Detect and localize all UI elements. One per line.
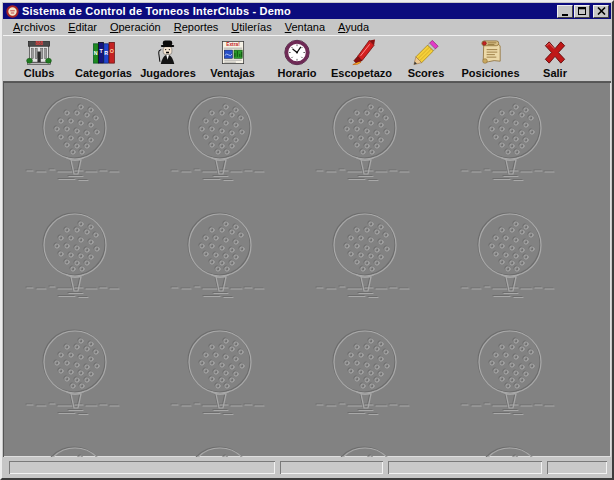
close-button[interactable] [593,5,609,18]
minimize-button[interactable] [557,5,573,18]
toolbar-label: Clubs [24,67,55,79]
window-controls [557,5,609,18]
svg-text:O: O [109,48,113,54]
toolbar-label: Jugadores [140,67,196,79]
toolbar: 888 Clubs N T R O Categor [3,35,611,82]
toolbar-label: Escopetazo [331,67,392,79]
golf-ball-logo-icon [6,5,19,18]
menu-operacion[interactable]: Operación [105,20,166,34]
exit-red-x-icon [540,38,570,67]
menu-ventana[interactable]: Ventana [280,20,330,34]
schedule-clock-icon [282,38,312,67]
toolbar-label: Scores [408,67,445,79]
client-area [3,82,611,457]
menu-reportes[interactable]: Reportes [169,20,224,34]
shotgun-start-rocket-icon [347,38,377,67]
status-panel-1 [9,461,275,474]
close-icon [597,7,606,15]
golf-ball-on-tee-embossed-watermark [3,82,611,457]
toolbar-label: Salir [543,67,567,79]
svg-text:N: N [93,50,97,56]
status-panel-3 [388,461,542,474]
maximize-icon [578,7,586,15]
toolbar-label: Ventajas [210,67,255,79]
toolbar-button-scores[interactable]: Scores [394,37,458,79]
menu-utilerias[interactable]: Utilerías [226,20,276,34]
toolbar-button-categorias[interactable]: N T R O Categorías [72,37,136,79]
menu-editar[interactable]: Editar [63,20,102,34]
svg-text:888: 888 [35,41,43,46]
menu-ayuda[interactable]: Ayuda [333,20,374,34]
handicaps-newspaper-icon: Extra! [218,38,248,67]
toolbar-button-posiciones[interactable]: Posiciones [459,37,523,79]
toolbar-label: Posiciones [461,67,519,79]
maximize-button[interactable] [574,5,590,18]
toolbar-button-jugadores[interactable]: Jugadores [136,37,200,79]
status-panel-4 [547,461,607,474]
scores-pencil-icon [411,38,441,67]
toolbar-label: Categorías [75,67,132,79]
toolbar-button-salir[interactable]: Salir [523,37,587,79]
minimize-icon [561,9,569,16]
clubs-building-icon: 888 [24,38,54,67]
titlebar[interactable]: Sistema de Control de Torneos InterClubs… [3,3,611,19]
players-chaplin-icon [153,38,183,67]
window-title: Sistema de Control de Torneos InterClubs… [22,4,557,18]
statusbar [3,457,611,477]
toolbar-button-horario[interactable]: Horario [265,37,329,79]
toolbar-label: Horario [277,67,316,79]
menubar: Archivos Editar Operación Reportes Utile… [3,19,611,35]
standings-scroll-icon [476,38,506,67]
status-panel-2 [280,461,383,474]
toolbar-button-clubs[interactable]: 888 Clubs [7,37,71,79]
menu-archivos[interactable]: Archivos [8,20,60,34]
toolbar-button-ventajas[interactable]: Extra! Ventajas [201,37,265,79]
app-window: Sistema de Control de Torneos InterClubs… [0,0,614,480]
categories-books-icon: N T R O [89,38,119,67]
svg-text:R: R [104,50,108,56]
toolbar-button-escopetazo[interactable]: Escopetazo [330,37,394,79]
svg-text:Extra!: Extra! [226,42,240,47]
